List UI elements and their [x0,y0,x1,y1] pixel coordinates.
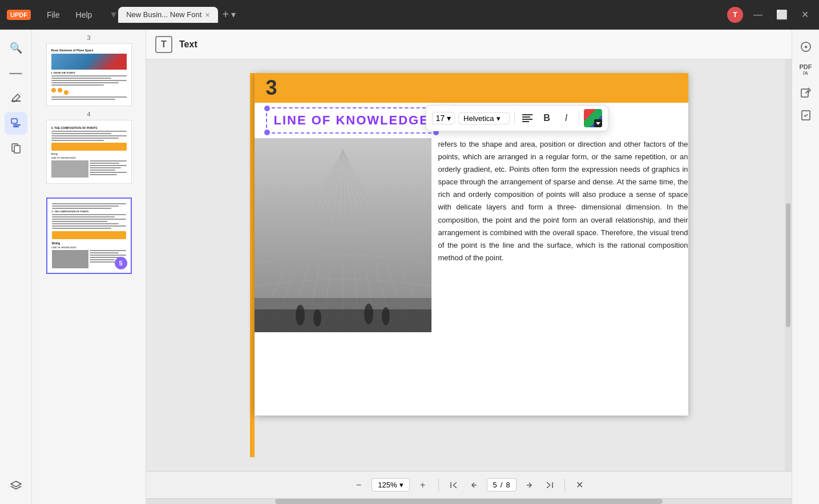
page-num-3: 3 [87,34,90,41]
thumb4-orange [51,143,127,151]
sidebar-comment[interactable] [5,112,27,135]
thumb4-cols [51,160,127,179]
first-page-btn[interactable] [446,477,462,493]
svg-rect-3 [13,126,19,127]
align-btn[interactable] [519,110,535,126]
thumb5-lok: LINE OF KNOWLEDGE [52,246,126,249]
sidebar-minus[interactable]: — [5,62,27,84]
thumb4-string: String [51,152,127,155]
zoom-in-btn[interactable]: + [414,477,431,494]
thumb5-orange [52,231,126,239]
toolbar-divider-1 [514,111,515,125]
page-indicator: 5 / 8 [487,478,517,491]
v-scroll-thumb[interactable] [786,203,790,326]
page-num-5-label [88,188,90,195]
share-doc-icon[interactable] [796,82,816,103]
lok-handle-bl[interactable] [264,130,270,135]
bottom-toolbar: − 125% ▾ + 5 / 8 [146,471,792,498]
vertical-scrollbar[interactable] [785,59,792,471]
text-mode-label: Text [179,39,197,50]
body-text: refers to the shape and area, position o… [438,138,688,264]
zoom-level-value: 125% [378,481,397,489]
arch-image [255,138,431,332]
minimize-btn[interactable]: — [750,9,766,21]
toolbar-divider-2 [579,111,579,125]
menu-help[interactable]: Help [69,8,99,22]
font-size-value: 17 [436,114,445,123]
page-num-4: 4 [87,111,90,118]
page-thumb-4[interactable]: 3. THE COMPOSITION OF POINTS String LINE… [46,120,132,184]
sidebar-layers[interactable] [5,474,27,497]
ai-feature-icon[interactable]: ✦ [796,37,816,57]
thumbnail-panel: 3 Basic Elements of Plane Space 1. KNOW … [32,30,146,504]
float-toolbar: 17 ▾ Helvetica ▾ B I [426,105,609,131]
italic-btn[interactable]: I [558,110,574,126]
page-thumb-5[interactable]: 3. THE COMPOSITION OF POINTS String LINE… [46,197,132,274]
titlebar-menu: File Help [40,8,99,22]
sidebar-edit[interactable] [5,87,27,110]
active-tab[interactable]: New Busin... New Font × [118,7,217,23]
thumb3-lines [51,75,127,86]
menu-file[interactable]: File [40,8,67,22]
font-size-control[interactable]: 17 ▾ [432,112,455,124]
user-avatar[interactable]: T [727,7,743,23]
svg-rect-8 [522,119,532,120]
page-group-4: 4 3. THE COMPOSITION OF POINTS String LI… [32,111,146,184]
thumb5-img [52,250,88,268]
font-family-dropdown-icon[interactable]: ▾ [497,114,501,123]
svg-rect-31 [801,89,808,97]
verify-icon[interactable] [796,105,816,126]
updf-logo[interactable]: UPDF [7,10,31,20]
pdf-area: 3 17 ▾ Helvetica ▾ [146,59,792,504]
body-text-col: refers to the shape and area, position o… [431,138,688,332]
font-family-control[interactable]: Helvetica ▾ [458,112,510,124]
lok-handle-tl[interactable] [264,106,270,111]
page-group-5: 3. THE COMPOSITION OF POINTS String LINE… [32,188,146,274]
sidebar-search[interactable]: 🔍 [5,37,27,59]
current-page: 5 [493,481,497,489]
svg-rect-6 [522,114,532,115]
last-page-btn[interactable] [542,477,558,493]
titlebar: UPDF File Help ▼ New Busin... New Font ×… [0,0,819,30]
thumb4-lok: LINE OF KNOWLEDGE [51,156,127,159]
next-page-btn[interactable] [521,477,537,493]
font-size-dropdown-icon[interactable]: ▾ [447,114,451,123]
pdfa-icon[interactable]: PDF/A [796,59,816,80]
svg-point-28 [382,307,390,325]
main-layout: 🔍 — 3 Basic Elements of Plane Space 1. K… [0,30,819,504]
right-sidebar: ✦ PDF/A [792,30,819,504]
svg-rect-5 [14,146,20,153]
thumb3-section: 1. KNOW THE POINTS [51,71,127,74]
prev-page-btn[interactable] [466,477,482,493]
text-toolbar: T Text [146,30,792,59]
page-thumb-3[interactable]: Basic Elements of Plane Space 1. KNOW TH… [46,43,132,106]
svg-point-25 [296,305,305,325]
thumb3-title: Basic Elements of Plane Space [51,49,127,52]
sidebar-pages[interactable] [5,137,27,160]
zoom-out-btn[interactable]: − [350,477,367,494]
page-orange-header: 3 [255,73,688,103]
tab-close-btn[interactable]: × [205,10,209,19]
horizontal-scrollbar[interactable] [146,498,792,504]
page-separator: / [501,481,503,489]
page5-badge: 5 [115,257,127,269]
h-scroll-thumb[interactable] [275,499,663,504]
tab-dropdown-arrow[interactable]: ▼ [109,10,118,20]
thumb3-img [51,54,127,70]
zoom-dropdown-icon[interactable]: ▾ [400,481,404,489]
maximize-btn[interactable]: ⬜ [773,8,791,21]
close-nav-btn[interactable]: ✕ [572,477,588,493]
zoom-level-control[interactable]: 125% ▾ [372,478,409,491]
close-btn[interactable]: ✕ [798,8,812,21]
svg-rect-2 [13,124,21,126]
thumb3-circles [51,88,127,95]
tab-list-btn[interactable]: ▾ [231,9,236,20]
thumb4-section: 3. THE COMPOSITION OF POINTS [51,126,127,130]
toolbar-div-2 [564,479,565,491]
new-tab-btn[interactable]: + [223,8,229,21]
toolbar-div-1 [438,479,439,491]
bold-btn[interactable]: B [539,110,555,126]
color-picker-btn[interactable] [584,109,602,127]
color-dropdown-arrow [594,119,602,127]
lok-selection-box: LINE OF KNOWLEDGE [266,107,437,134]
